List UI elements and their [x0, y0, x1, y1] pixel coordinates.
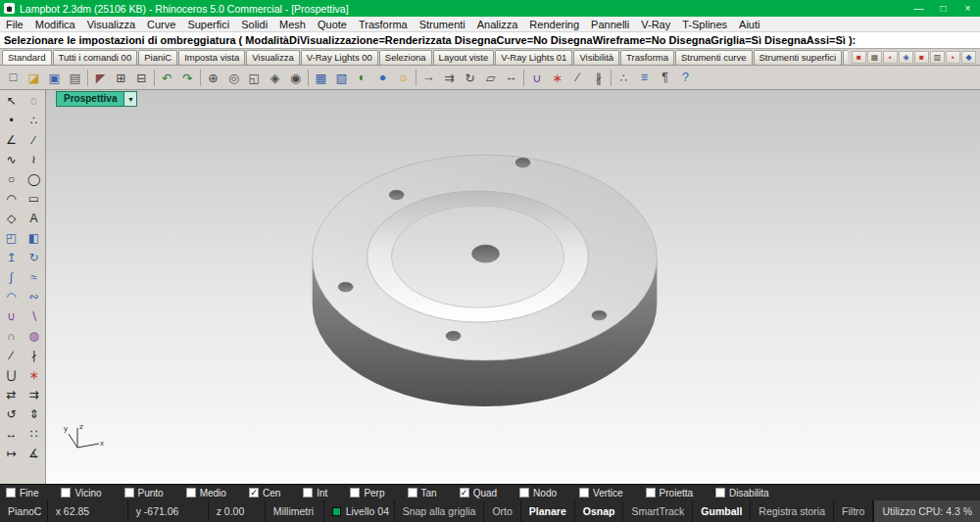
angle-measure-icon[interactable]: ∡: [24, 444, 44, 463]
osnap-int-checkbox[interactable]: [303, 488, 313, 498]
menu-file[interactable]: File: [0, 19, 29, 30]
move-tool-icon[interactable]: ⇄: [1, 385, 22, 404]
tab-pianic[interactable]: PianiC: [138, 50, 177, 65]
osnap-punto[interactable]: Punto: [124, 488, 164, 498]
scale-tool-icon[interactable]: ⇕: [24, 404, 44, 424]
maximize-icon[interactable]: □: [931, 0, 956, 17]
tab-imposta-vista[interactable]: Imposta vista: [178, 50, 245, 65]
menu-solidi[interactable]: Solidi: [235, 19, 273, 30]
osnap-vertice[interactable]: Vertice: [579, 488, 623, 498]
vray-toolbar-icon-4[interactable]: ◈: [899, 51, 913, 64]
boolean-difference-icon[interactable]: ∖: [24, 307, 44, 326]
osnap-nodo[interactable]: Nodo: [519, 488, 557, 498]
toolbar-dock-icon-2[interactable]: ▥: [930, 51, 945, 64]
point-icon[interactable]: •: [1, 111, 22, 130]
osnap-perp[interactable]: Perp: [350, 488, 384, 498]
paste-icon[interactable]: ⊟: [131, 68, 152, 88]
osnap-punto-checkbox[interactable]: [124, 488, 134, 498]
split-icon[interactable]: ∦: [588, 68, 609, 88]
line-icon[interactable]: ∕: [24, 130, 44, 150]
copy-object-icon[interactable]: ⇉: [439, 68, 460, 88]
array-tool-icon[interactable]: ∷: [24, 424, 44, 444]
mirror-icon[interactable]: ↔: [501, 68, 521, 88]
shell-icon[interactable]: ◍: [24, 326, 44, 346]
osnap-proietta-checkbox[interactable]: [646, 488, 656, 498]
menu-superfici[interactable]: Superfici: [181, 19, 235, 30]
status-layer-pane[interactable]: Livello 04: [324, 500, 395, 522]
tab-v-ray-lights-00[interactable]: V-Ray Lights 00: [301, 50, 378, 65]
osnap-medio-checkbox[interactable]: [186, 488, 196, 498]
flange-model[interactable]: [313, 155, 658, 406]
osnap-proietta[interactable]: Proietta: [646, 488, 693, 498]
osnap-fine-checkbox[interactable]: [6, 488, 16, 498]
tab-seleziona[interactable]: Seleziona: [379, 50, 432, 65]
menu-modifica[interactable]: Modifica: [29, 19, 81, 30]
redo-icon[interactable]: ↷: [177, 68, 198, 88]
revolve-icon[interactable]: ↻: [24, 248, 44, 267]
save-icon[interactable]: ▣: [44, 68, 65, 88]
osnap-perp-checkbox[interactable]: [350, 488, 360, 498]
print-icon[interactable]: ▤: [65, 68, 85, 88]
menu-quote[interactable]: Quote: [312, 19, 353, 30]
zoom-extents-icon[interactable]: ◈: [265, 68, 285, 88]
toolbar-dock-icon-4[interactable]: ◆: [961, 51, 976, 64]
menu-trasforma[interactable]: Trasforma: [353, 19, 414, 30]
split-tool-icon[interactable]: ∤: [24, 346, 44, 365]
viewport-tab-label[interactable]: Prospettiva: [56, 91, 124, 107]
osnap-fine[interactable]: Fine: [6, 488, 38, 498]
menu-strumenti[interactable]: Strumenti: [414, 19, 471, 30]
select-lasso-icon[interactable]: ◌: [24, 91, 44, 111]
osnap-vicino-checkbox[interactable]: [61, 488, 71, 498]
copy-icon[interactable]: ⊞: [111, 68, 131, 88]
render-settings-icon[interactable]: ☼: [393, 68, 414, 88]
new-file-icon[interactable]: □: [3, 68, 24, 88]
status-cplane-pane[interactable]: PianoC: [0, 500, 48, 522]
osnap-disabilita-checkbox[interactable]: [715, 488, 725, 498]
vray-toolbar-icon-3[interactable]: ▪: [883, 51, 898, 64]
rotate-icon[interactable]: ↻: [460, 68, 480, 88]
status-toggle-orto[interactable]: Orto: [484, 500, 520, 522]
osnap-quad-checkbox[interactable]: ✓: [460, 488, 469, 498]
tab-visualizza[interactable]: Visualizza: [246, 50, 300, 65]
mirror-tool-icon[interactable]: ↔: [1, 424, 22, 444]
menu-t-splines[interactable]: T-Splines: [676, 19, 733, 30]
point-cloud-icon[interactable]: ∴: [24, 111, 44, 130]
vray-toolbar-icon-1[interactable]: ■: [852, 51, 866, 64]
close-icon[interactable]: ×: [956, 0, 980, 17]
rectangle-icon[interactable]: ▭: [24, 189, 44, 209]
surface-corner-icon[interactable]: ◧: [24, 228, 44, 248]
tab-strumenti-superfici[interactable]: Strumenti superfici: [754, 50, 843, 65]
menu-aiuti[interactable]: Aiuti: [733, 19, 765, 30]
command-bar[interactable]: Selezionare le impostazioni di ombreggia…: [0, 32, 980, 49]
trim-icon[interactable]: ∕: [567, 68, 588, 88]
status-coord-x[interactable]: x 62.85: [48, 500, 128, 522]
polygon-icon[interactable]: ◇: [1, 209, 22, 228]
tab-strumenti-curve[interactable]: Strumenti curve: [675, 50, 753, 65]
circle-icon[interactable]: ○: [1, 169, 22, 189]
status-toggle-snap-alla-griglia[interactable]: Snap alla griglia: [395, 500, 485, 522]
move-icon[interactable]: →: [418, 68, 439, 88]
open-file-icon[interactable]: ◪: [24, 68, 44, 88]
ellipse-icon[interactable]: ◯: [24, 169, 44, 189]
help-icon[interactable]: ?: [675, 68, 696, 88]
blend-surface-icon[interactable]: ∾: [24, 287, 44, 307]
minimize-icon[interactable]: —: [906, 0, 931, 17]
scale-icon[interactable]: ▱: [480, 68, 501, 88]
loft-icon[interactable]: ≈: [24, 267, 44, 287]
join-tool-icon[interactable]: ⋃: [1, 365, 22, 385]
menu-visualizza[interactable]: Visualizza: [81, 19, 141, 30]
viewport-tab-dropdown-icon[interactable]: ▼: [124, 91, 137, 107]
extrude-icon[interactable]: ↥: [1, 248, 22, 267]
arc-icon[interactable]: ◠: [1, 189, 22, 209]
menu-pannelli[interactable]: Pannelli: [585, 19, 635, 30]
properties-icon[interactable]: ¶: [655, 68, 675, 88]
tab-visibilit[interactable]: Visibilità: [573, 50, 619, 65]
explode-tool-icon[interactable]: ∗: [24, 365, 44, 385]
cut-icon[interactable]: ◤: [90, 68, 111, 88]
osnap-quad[interactable]: ✓Quad: [460, 488, 497, 498]
status-toggle-smarttrack[interactable]: SmartTrack: [623, 500, 693, 522]
tab-v-ray-lights-01[interactable]: V-Ray Lights 01: [495, 50, 572, 65]
status-toggle-filtro[interactable]: Filtro: [834, 500, 873, 522]
osnap-medio[interactable]: Medio: [186, 488, 226, 498]
zoom-window-icon[interactable]: ◱: [244, 68, 265, 88]
